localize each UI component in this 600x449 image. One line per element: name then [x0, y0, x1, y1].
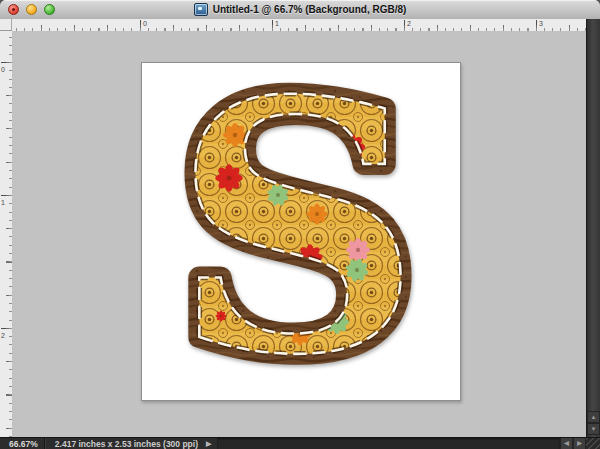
scroll-up-icon[interactable]: ▲	[587, 411, 600, 423]
scroll-left-icon[interactable]: ◀	[560, 438, 573, 449]
document-info: 2.417 inches x 2.53 inches (300 ppi)	[45, 438, 204, 449]
scroll-down-icon[interactable]: ▼	[587, 423, 600, 435]
horizontal-scrollbar-track[interactable]	[217, 438, 560, 449]
status-bar: 66.67% 2.417 inches x 2.53 inches (300 p…	[0, 437, 600, 449]
document-canvas[interactable]: S S	[141, 62, 461, 401]
h-ruler-label: 2	[407, 20, 411, 27]
stitch-line: S	[173, 63, 421, 400]
title-bar[interactable]: Untitled-1 @ 66.7% (Background, RGB/8)	[0, 0, 600, 20]
ruler-origin-corner[interactable]	[0, 19, 12, 31]
document-thumbnail-icon	[194, 3, 208, 16]
h-ruler-label: 3	[539, 20, 543, 27]
photoshop-document-window: Untitled-1 @ 66.7% (Background, RGB/8) 0…	[0, 0, 600, 449]
v-ruler-label: 2	[1, 332, 5, 339]
letter-s-artwork: S S	[142, 63, 460, 400]
window-title-group: Untitled-1 @ 66.7% (Background, RGB/8)	[194, 3, 407, 16]
minimize-window-icon[interactable]	[26, 4, 37, 15]
close-window-icon[interactable]	[8, 4, 19, 15]
h-ruler-label: 0	[143, 20, 147, 27]
scroll-right-icon[interactable]: ▶	[573, 438, 586, 449]
window-controls	[8, 4, 55, 15]
h-ruler-label: 1	[275, 20, 279, 27]
window-title: Untitled-1 @ 66.7% (Background, RGB/8)	[213, 4, 407, 15]
status-menu-arrow-icon[interactable]: ▶	[204, 438, 217, 449]
v-ruler-label: 1	[1, 199, 5, 206]
zoom-level-field[interactable]: 66.67%	[0, 438, 45, 449]
vertical-scrollbar[interactable]: ▲ ▼	[586, 19, 600, 437]
window-resize-grip[interactable]	[586, 438, 600, 449]
zoom-window-icon[interactable]	[44, 4, 55, 15]
v-ruler-label: 0	[1, 66, 5, 73]
pasteboard[interactable]: S S	[12, 31, 586, 437]
